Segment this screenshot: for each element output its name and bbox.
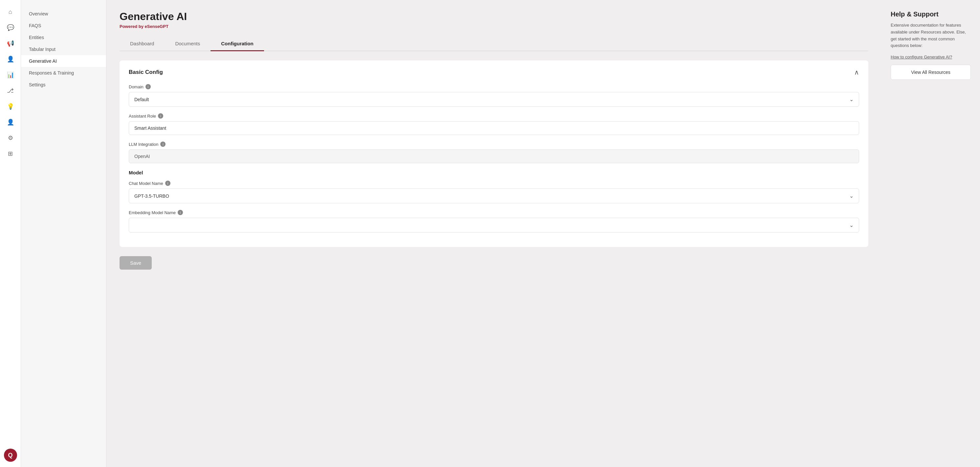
sidebar: Overview FAQS Entities Tabular Input Gen… [21, 0, 107, 467]
embedding-model-chevron-icon: ⌄ [849, 222, 854, 228]
help-title: Help & Support [891, 11, 971, 18]
home-icon[interactable]: ⌂ [4, 5, 17, 18]
domain-select[interactable]: Default ⌄ [129, 92, 859, 107]
tabs: Dashboard Documents Configuration [119, 37, 868, 51]
llm-integration-label: LLM Integration i [129, 141, 859, 147]
basic-config-section: Basic Config ∧ Domain i Default ⌄ Assist… [119, 60, 868, 247]
chat-model-field-group: Chat Model Name i GPT-3.5-TURBO ⌄ [129, 181, 859, 203]
chat-model-info-icon[interactable]: i [165, 181, 170, 186]
embedding-model-field-group: Embedding Model Name i ⌄ [129, 210, 859, 232]
tab-documents[interactable]: Documents [164, 37, 210, 51]
sidebar-item-overview[interactable]: Overview [21, 8, 106, 20]
tab-dashboard[interactable]: Dashboard [119, 37, 164, 51]
sidebar-item-faqs[interactable]: FAQS [21, 20, 106, 32]
view-resources-button[interactable]: View All Resources [891, 65, 971, 80]
domain-chevron-icon: ⌄ [849, 96, 854, 102]
model-section: Model Chat Model Name i GPT-3.5-TURBO ⌄ [129, 170, 859, 232]
save-button[interactable]: Save [119, 256, 152, 270]
chat-icon[interactable]: 💬 [4, 21, 17, 34]
section-header: Basic Config ∧ [129, 68, 859, 76]
icon-bar: ⌂ 💬 📢 👤 📊 ⎇ 💡 👤 ⚙ ⊞ Q [0, 0, 21, 467]
llm-info-icon[interactable]: i [160, 141, 165, 147]
settings-icon[interactable]: ⚙ [4, 131, 17, 145]
help-description: Extensive documentation for features ava… [891, 22, 971, 49]
powered-by-brand: eSenseGPT [145, 24, 169, 29]
embedding-model-select[interactable]: ⌄ [129, 218, 859, 232]
basic-config-title: Basic Config [129, 69, 163, 76]
domain-info-icon[interactable]: i [145, 84, 151, 89]
embedding-model-label: Embedding Model Name i [129, 210, 859, 215]
main-content: Generative AI Powered by eSenseGPT Dashb… [107, 0, 980, 467]
assistant-role-field-group: Assistant Role i [129, 113, 859, 135]
share-icon[interactable]: ⎇ [4, 84, 17, 97]
chat-model-select[interactable]: GPT-3.5-TURBO ⌄ [129, 189, 859, 203]
help-link[interactable]: How to configure Generative AI? [891, 54, 971, 59]
domain-field-group: Domain i Default ⌄ [129, 84, 859, 107]
megaphone-icon[interactable]: 📢 [4, 37, 17, 50]
sidebar-item-responses-training[interactable]: Responses & Training [21, 67, 106, 79]
person-icon[interactable]: 👤 [4, 116, 17, 129]
chat-model-value: GPT-3.5-TURBO [134, 194, 169, 199]
domain-label: Domain i [129, 84, 859, 89]
embedding-model-info-icon[interactable]: i [178, 210, 183, 215]
content-area: Generative AI Powered by eSenseGPT Dashb… [107, 0, 881, 467]
collapse-icon[interactable]: ∧ [854, 68, 859, 76]
sidebar-item-generative-ai[interactable]: Generative AI [21, 55, 106, 67]
assistant-role-label: Assistant Role i [129, 113, 859, 119]
sidebar-item-entities[interactable]: Entities [21, 32, 106, 43]
app-logo[interactable]: Q [4, 449, 17, 462]
llm-integration-field-group: LLM Integration i OpenAI [129, 141, 859, 163]
help-panel: Help & Support Extensive documentation f… [881, 0, 980, 467]
sidebar-item-tabular-input[interactable]: Tabular Input [21, 43, 106, 55]
assistant-role-info-icon[interactable]: i [158, 113, 163, 119]
users-icon[interactable]: 👤 [4, 52, 17, 66]
lightbulb-icon[interactable]: 💡 [4, 100, 17, 113]
domain-value: Default [134, 97, 149, 102]
powered-by-prefix: Powered by [119, 24, 145, 29]
grid-icon[interactable]: ⊞ [4, 147, 17, 160]
sidebar-item-settings[interactable]: Settings [21, 79, 106, 91]
model-title: Model [129, 170, 859, 175]
chat-model-label: Chat Model Name i [129, 181, 859, 186]
assistant-role-input[interactable] [129, 121, 859, 135]
powered-by: Powered by eSenseGPT [119, 24, 868, 29]
chat-model-chevron-icon: ⌄ [849, 193, 854, 199]
tab-configuration[interactable]: Configuration [210, 37, 264, 51]
page-title: Generative AI [119, 11, 868, 23]
llm-integration-value: OpenAI [129, 149, 859, 163]
chart-icon[interactable]: 📊 [4, 68, 17, 81]
